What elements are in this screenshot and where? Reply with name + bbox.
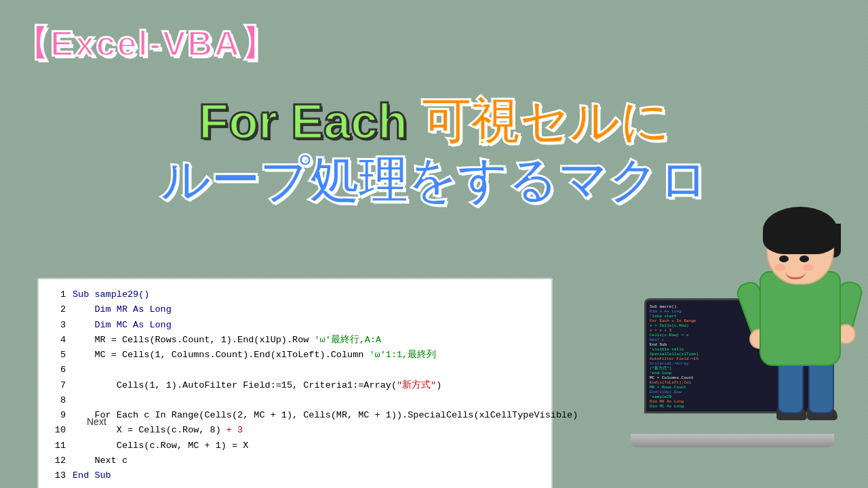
code-line-13: 13 End Sub [49,468,541,483]
main-content: 【Excel-VBA】 For Each 可視セルに ループ処理をするマクロ 1… [0,0,868,488]
code-line-9: 9 For Each c In Range(Cells(2, MC + 1), … [49,408,541,423]
next-label: Next [87,416,106,427]
code-block: 1 Sub sample29() 2 Dim MR As Long 3 Dim … [37,278,553,488]
character-person [712,203,848,441]
code-line-10: 10 X = Cells(c.Row, 8) + 3 [49,423,541,438]
character-eye-right [800,256,809,262]
excel-vba-title: 【Excel-VBA】 [14,20,277,68]
character-body [760,271,841,366]
code-line-8: 8 [49,393,541,408]
character-eye-left [779,256,789,262]
code-line-11: 11 Cells(c.Row, MC + 1) = X [49,439,541,453]
code-line-3: 3 Dim MC As Long [49,318,541,333]
heading-visible-cells: 可視セルに [421,94,669,148]
heading-line1: For Each 可視セルに [146,95,722,148]
code-line-7: 7 Cells(1, 1).AutoFilter Field:=15, Crit… [49,378,541,393]
character-smile [785,271,806,279]
code-line-2: 2 Dim MR As Long [49,302,541,317]
code-line-1: 1 Sub sample29() [49,287,541,302]
heading-for-each: For Each [199,94,421,148]
code-line-6: 6 [49,363,541,378]
character-leg-left [778,359,804,413]
character-cheek-right [803,264,814,271]
character-area: Sub macro() Dim x As Long 'loop start Fo… [590,163,848,488]
character-hair [763,207,837,254]
character-leg-right [808,359,834,413]
code-line-4: 4 MR = Cells(Rows.Count, 1).End(xlUp).Ro… [49,333,541,348]
character-cheek-left [774,264,785,271]
code-line-12: 12 Next c [49,453,541,468]
code-line-5: 5 MC = Cells(1, Columns.Count).End(xlToL… [49,348,541,363]
